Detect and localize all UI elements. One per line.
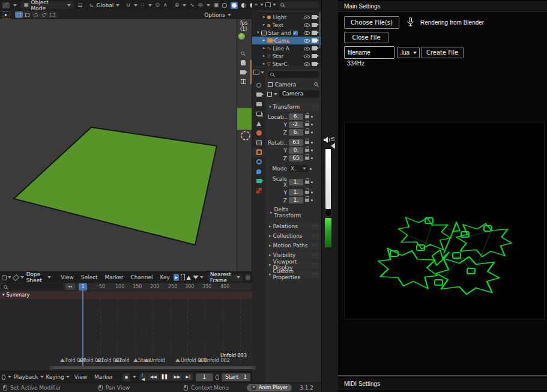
expand-caret-icon[interactable]: ▸	[263, 54, 265, 58]
ortho-gizmo-icon[interactable]	[241, 79, 246, 84]
tab-tool-icon[interactable]	[252, 80, 265, 89]
marker-icon[interactable]	[114, 358, 119, 362]
viewport-3d[interactable]	[0, 19, 237, 271]
filter-caret-icon[interactable]	[260, 4, 264, 6]
anim-player-badge[interactable]: ✕ Anim Player	[247, 384, 292, 391]
pivot-point-icon[interactable]: ⊕	[175, 2, 180, 8]
outliner-item-label[interactable]: Light	[273, 14, 286, 20]
selected-marker-label[interactable]: Unfold 003	[220, 353, 247, 358]
tab-collection-icon[interactable]	[252, 138, 265, 147]
outliner-row-text[interactable]: ▸ a Text	[252, 21, 321, 29]
shading-solid-icon[interactable]	[231, 2, 238, 9]
record-button[interactable]	[122, 373, 130, 381]
expand-caret-icon[interactable]: ▸	[263, 23, 265, 27]
choose-files-button[interactable]: Choose File(s)	[344, 16, 399, 29]
collection-checkbox[interactable]: ✓	[293, 31, 298, 35]
filename-input[interactable]	[344, 46, 394, 59]
lock-icon[interactable]	[305, 181, 309, 184]
animate-dot-icon[interactable]	[311, 191, 313, 193]
jump-end-button[interactable]: ▶|	[183, 373, 193, 381]
object-name-field[interactable]: Camera	[279, 90, 319, 98]
menu-view[interactable]: View	[57, 274, 77, 280]
marker-icon[interactable]	[60, 358, 65, 362]
close-circle-icon[interactable]: ✕	[251, 385, 256, 390]
panel-drag-icon[interactable]: ∷∷	[312, 262, 318, 267]
expand-caret-icon[interactable]: ▸	[263, 38, 265, 43]
value-field[interactable]: 6.	[289, 129, 303, 136]
tab-data-icon[interactable]	[252, 176, 265, 185]
lock-icon[interactable]	[305, 141, 309, 144]
outliner-item-label[interactable]: Came	[274, 38, 290, 44]
outliner-row-starc[interactable]: ▸ ▽ StarC.	[252, 60, 321, 68]
show-errors-icon[interactable]: ▲	[187, 274, 191, 280]
xray-toggle-icon[interactable]: ▣	[214, 2, 219, 8]
properties-editor-caret-icon[interactable]	[261, 71, 264, 74]
snap-magnet-icon[interactable]: ∪	[126, 2, 130, 8]
pan-gizmo-icon[interactable]	[241, 60, 246, 65]
tab-scene-icon[interactable]	[252, 119, 265, 128]
render-visibility-icon[interactable]	[312, 23, 317, 27]
view-menu[interactable]: View	[72, 374, 89, 380]
outliner-row-light[interactable]: ▸ ● Light	[252, 13, 321, 21]
menu-key[interactable]: Key	[157, 274, 174, 280]
snap-caret-icon[interactable]	[134, 4, 138, 7]
channel-search-input[interactable]	[1, 283, 64, 290]
volume-slider-track[interactable]	[325, 148, 331, 210]
editor-type-caret-icon[interactable]	[13, 4, 17, 7]
marker-icon[interactable]	[175, 358, 180, 362]
animate-dot-icon[interactable]	[311, 116, 313, 118]
summary-channel-row[interactable]: ▾ Summary	[0, 291, 252, 299]
animate-dot-icon[interactable]	[310, 168, 312, 170]
outliner-search-input[interactable]	[278, 2, 319, 8]
timeline-editor-caret-icon[interactable]	[8, 376, 11, 378]
hide-eye-icon[interactable]	[304, 62, 310, 66]
menu-select[interactable]: Select	[77, 274, 101, 280]
options-dropdown[interactable]: Options	[204, 12, 231, 18]
dopesheet-h-scrollbar[interactable]	[52, 366, 253, 369]
current-frame-field[interactable]: 1	[196, 373, 213, 381]
close-file-button[interactable]: Close File	[344, 32, 388, 43]
marker-menu[interactable]: Marker	[92, 374, 115, 380]
select-lasso-icon[interactable]	[40, 11, 48, 18]
outliner-item-label[interactable]: Line A	[273, 46, 289, 52]
hide-eye-icon[interactable]	[304, 23, 310, 27]
marker-icon[interactable]	[198, 358, 203, 362]
lock-icon[interactable]	[305, 149, 309, 152]
scrollbar-end-dot[interactable]	[252, 366, 256, 370]
value-field[interactable]: 1.	[289, 179, 303, 185]
hide-eye-icon[interactable]	[304, 16, 310, 19]
section-relations[interactable]: ▸Relations∷∷	[267, 222, 320, 231]
rotation-mode-dropdown[interactable]: X..	[289, 165, 308, 172]
pause-button[interactable]: ▌▌	[160, 373, 172, 381]
tab-constraints-icon[interactable]	[252, 167, 265, 176]
playback-menu[interactable]: Playback	[14, 374, 43, 380]
shading-wireframe-icon[interactable]	[222, 3, 227, 8]
camera-gizmo-icon[interactable]	[240, 70, 246, 76]
lock-icon[interactable]	[305, 157, 309, 160]
delta-transform-header[interactable]: ▸Delta Transform	[265, 204, 321, 221]
filter-caret-icon[interactable]	[200, 276, 204, 279]
outliner-row-collection[interactable]: ▾ Star and C ✓	[252, 29, 321, 37]
section-custom-properties[interactable]: ▸Custom Properties∷∷	[267, 270, 320, 279]
hide-eye-icon[interactable]	[304, 39, 310, 43]
outliner-item-label[interactable]: Star and C	[268, 30, 291, 36]
dopesheet-mode-icon[interactable]	[13, 274, 19, 280]
nav-gizmo-icon[interactable]	[238, 33, 245, 40]
panel-drag-icon[interactable]: ∷∷	[312, 272, 318, 277]
filter-tree-icon[interactable]: ≡	[254, 2, 258, 7]
section-viewport-display[interactable]: ▸Viewport Display∷∷	[267, 261, 320, 269]
current-frame-line[interactable]	[82, 291, 83, 366]
snap-mode-caret-icon[interactable]	[148, 4, 152, 7]
object-type-caret-icon[interactable]	[274, 93, 277, 95]
display-caret-icon[interactable]	[273, 4, 276, 6]
extension-dropdown[interactable]: .lua	[397, 47, 420, 58]
overlays-caret-icon[interactable]	[207, 4, 210, 7]
outliner-row-camera-selected[interactable]: ▸ Came	[252, 37, 321, 44]
marker-icon[interactable]	[96, 358, 101, 362]
tab-world-icon[interactable]	[252, 128, 265, 137]
value-field[interactable]: -2.	[289, 121, 303, 128]
panel-drag-icon[interactable]: ∷∷	[312, 224, 318, 229]
value-field[interactable]: 1.	[289, 197, 303, 204]
expand-caret-icon[interactable]: ▸	[263, 62, 265, 66]
value-field[interactable]: 65	[289, 155, 303, 161]
